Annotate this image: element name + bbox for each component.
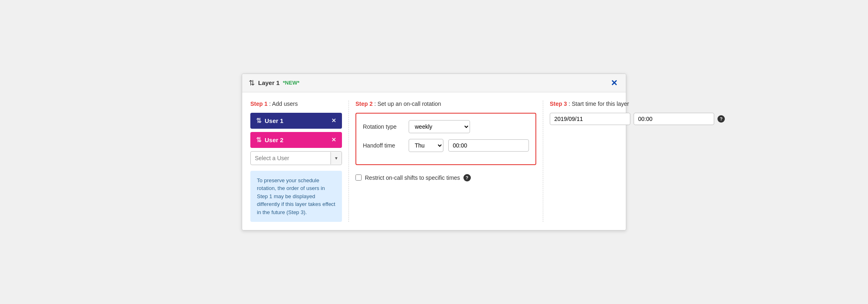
step2-heading: Step 2 : Set up an on-call rotation (355, 101, 536, 107)
step1-column: Step 1 : Add users ⇅ User 1 ✕ ⇅ User 2 ✕… (249, 101, 349, 222)
start-time-help-icon[interactable]: ? (717, 115, 725, 123)
rotation-label: Rotation type (363, 123, 404, 130)
user2-left: ⇅ User 2 (256, 136, 283, 144)
select-user-chevron[interactable]: ▾ (331, 152, 342, 164)
user1-left: ⇅ User 1 (256, 117, 283, 125)
restrict-checkbox[interactable] (355, 174, 362, 181)
select-user-input[interactable] (251, 152, 331, 165)
step3-heading: Step 3 : Start time for this layer (550, 101, 725, 107)
modal-body: Step 1 : Add users ⇅ User 1 ✕ ⇅ User 2 ✕… (242, 92, 626, 230)
restrict-row: Restrict on-call shifts to specific time… (355, 171, 536, 185)
restrict-label: Restrict on-call shifts to specific time… (365, 174, 460, 181)
user1-item: ⇅ User 1 ✕ (250, 113, 342, 129)
step1-colon: : (268, 101, 272, 107)
layer-icon: ⇅ (249, 78, 255, 87)
modal-title-group: ⇅ Layer 1 *NEW* (249, 78, 299, 87)
handoff-time-input[interactable] (448, 139, 529, 152)
start-time-input[interactable] (634, 113, 714, 125)
step3-colon: : (567, 101, 572, 107)
step1-heading-text: Add users (272, 101, 298, 107)
user2-remove-button[interactable]: ✕ (331, 136, 336, 143)
user1-remove-button[interactable]: ✕ (331, 117, 336, 124)
user2-name: User 2 (265, 136, 283, 143)
step3-heading-text: Start time for this layer (572, 101, 629, 107)
rotation-row: Rotation type weekly daily custom (363, 120, 529, 133)
user1-name: User 1 (265, 117, 283, 124)
user1-drag-icon[interactable]: ⇅ (256, 117, 261, 125)
step2-column: Step 2 : Set up an on-call rotation Rota… (349, 101, 543, 222)
new-badge: *NEW* (283, 80, 299, 86)
user2-drag-icon[interactable]: ⇅ (256, 136, 261, 144)
step1-label: Step 1 (250, 101, 268, 107)
restrict-help-icon[interactable]: ? (463, 174, 471, 181)
start-date-input[interactable] (550, 113, 630, 125)
handoff-row: Handoff time Sun Mon Tue Wed Thu Fri Sat (363, 139, 529, 152)
info-text: To preserve your schedule rotation, the … (257, 177, 335, 215)
step2-heading-text: Set up an on-call rotation (378, 101, 441, 107)
layer-modal: ⇅ Layer 1 *NEW* ✕ Step 1 : Add users ⇅ U… (242, 74, 626, 231)
user2-item: ⇅ User 2 ✕ (250, 132, 342, 148)
modal-header: ⇅ Layer 1 *NEW* ✕ (242, 74, 626, 92)
info-box: To preserve your schedule rotation, the … (250, 171, 342, 222)
close-button[interactable]: ✕ (609, 78, 619, 88)
rotation-type-select[interactable]: weekly daily custom (409, 120, 470, 133)
layer-name: Layer 1 (258, 79, 280, 86)
handoff-day-select[interactable]: Sun Mon Tue Wed Thu Fri Sat (409, 139, 443, 152)
step2-colon: : (373, 101, 378, 107)
handoff-label: Handoff time (363, 142, 404, 149)
step2-box: Rotation type weekly daily custom Handof… (355, 113, 536, 165)
step1-heading: Step 1 : Add users (250, 101, 342, 107)
step3-label: Step 3 (550, 101, 567, 107)
step3-inputs-row: ? (550, 113, 725, 125)
select-user-wrapper[interactable]: ▾ (250, 151, 342, 165)
step3-column: Step 3 : Start time for this layer ? (543, 101, 731, 222)
step2-label: Step 2 (355, 101, 373, 107)
